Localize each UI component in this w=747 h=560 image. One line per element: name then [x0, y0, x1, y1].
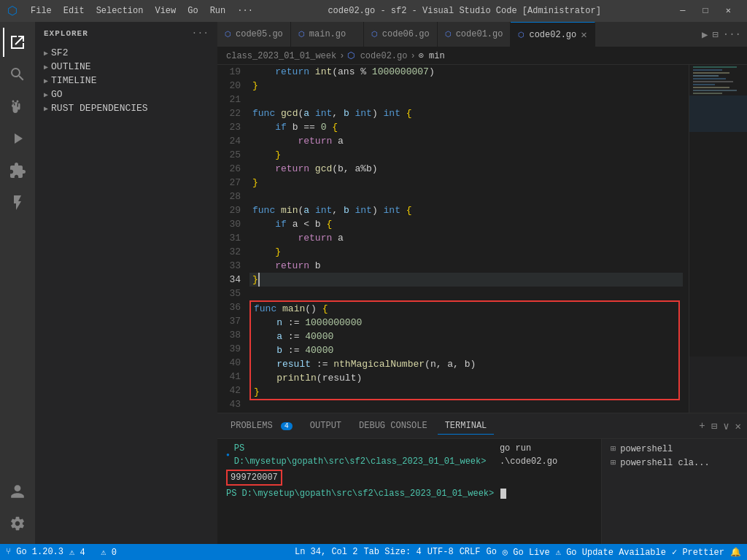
- go-file-icon: ⬡: [445, 30, 452, 39]
- terminal-prompt2: PS D:\mysetup\gopath\src\sf2\class_2023_…: [226, 489, 494, 499]
- minimize-button[interactable]: ─: [671, 0, 694, 22]
- maximize-button[interactable]: □: [694, 0, 717, 22]
- activity-search[interactable]: [3, 60, 32, 89]
- breadcrumb-file[interactable]: ⬡ code02.go: [347, 50, 407, 61]
- sidebar-item-outline[interactable]: ▶OUTLINE: [35, 60, 217, 74]
- menu-more[interactable]: ···: [233, 6, 258, 16]
- menu-go[interactable]: Go: [183, 6, 202, 16]
- code-line-24: return a: [249, 134, 683, 148]
- terminal-cursor: [500, 489, 506, 499]
- sidebar-item-sf2[interactable]: ▶SF2: [35, 46, 217, 60]
- code-line-38: a := 40000: [251, 330, 678, 343]
- breadcrumb-folder[interactable]: class_2023_01_01_week: [226, 51, 336, 61]
- tab-debug-console[interactable]: DEBUG CONSOLE: [352, 418, 435, 434]
- code-line-29: func min(a int, b int) int {: [249, 203, 683, 217]
- statusbar-prettier[interactable]: ✓ Prettier: [672, 547, 724, 558]
- tab-problems[interactable]: PROBLEMS 4: [223, 418, 300, 434]
- terminal-session-powershell[interactable]: ⊞ powershell: [605, 442, 744, 456]
- activity-testing[interactable]: [3, 188, 32, 217]
- activity-explorer[interactable]: [3, 28, 32, 57]
- terminal-content[interactable]: ● PS D:\mysetup\gopath\src\sf2\class_202…: [217, 439, 601, 544]
- session-label: powershell: [620, 444, 673, 454]
- line-number: 42: [223, 384, 241, 397]
- code-line-32: }: [249, 245, 683, 259]
- statusbar-errors[interactable]: ⚠ 4 ⚠ 0: [69, 547, 117, 558]
- menu-file[interactable]: File: [26, 6, 56, 16]
- activity-source-control[interactable]: [3, 92, 32, 121]
- code-line-41: println(result): [251, 371, 678, 385]
- tab-code05[interactable]: ⬡ code05.go: [217, 22, 291, 47]
- go-file-icon: ⬡: [298, 30, 305, 39]
- statusbar-go-version[interactable]: ⑂ Go 1.20.3: [6, 547, 63, 557]
- breadcrumb-symbol[interactable]: ⊙ min: [419, 50, 445, 61]
- terminal-close-button[interactable]: ✕: [735, 420, 741, 432]
- statusbar-notifications[interactable]: 🔔: [730, 547, 741, 558]
- code-line-34: }: [249, 273, 683, 287]
- tab-code06[interactable]: ⬡ code06.go: [364, 22, 438, 47]
- line-number: 25: [223, 148, 241, 162]
- tab-code02[interactable]: ⬡ code02.go ✕: [511, 22, 595, 47]
- line-number: 27: [223, 176, 241, 190]
- svg-rect-1: [693, 66, 737, 68]
- statusbar-encoding[interactable]: UTF-8: [427, 547, 454, 557]
- arrow-icon: ▶: [44, 104, 48, 113]
- terminal-session-powershell2[interactable]: ⊞ powershell cla...: [605, 456, 744, 470]
- tab-label: code02.go: [529, 30, 576, 40]
- svg-rect-9: [693, 90, 737, 91]
- tab-output[interactable]: OUTPUT: [303, 418, 349, 434]
- tab-bar: ⬡ code05.go ⬡ main.go ⬡ code06.go ⬡ code…: [217, 22, 747, 47]
- menu-bar: File Edit Selection View Go Run ···: [26, 6, 258, 16]
- breadcrumb: class_2023_01_01_week › ⬡ code02.go › ⊙ …: [217, 47, 747, 65]
- menu-edit[interactable]: Edit: [59, 6, 89, 16]
- terminal-result: 999720007: [226, 470, 282, 486]
- statusbar-language[interactable]: Go: [486, 547, 496, 557]
- statusbar-update[interactable]: ⚠ Go Update Available: [556, 547, 666, 558]
- terminal-tab-bar: PROBLEMS 4 OUTPUT DEBUG CONSOLE TERMINAL…: [217, 413, 747, 439]
- activity-settings[interactable]: [3, 509, 32, 538]
- activity-run-debug[interactable]: [3, 124, 32, 153]
- tab-terminal[interactable]: TERMINAL: [438, 418, 495, 435]
- new-terminal-button[interactable]: +: [699, 420, 705, 432]
- code-line-39: b := 40000: [251, 343, 678, 357]
- code-editor[interactable]: 19 20 21 22 23 24 25 26 27 28 29 30 31 3…: [217, 65, 747, 413]
- sidebar-item-timeline[interactable]: ▶TIMELINE: [35, 74, 217, 88]
- line-number: 19: [223, 65, 241, 79]
- svg-rect-3: [693, 72, 729, 74]
- menu-run[interactable]: Run: [206, 6, 231, 16]
- run-button[interactable]: ▶: [702, 28, 708, 41]
- svg-rect-2: [693, 69, 722, 71]
- line-number: 30: [223, 217, 241, 231]
- tab-main[interactable]: ⬡ main.go: [291, 22, 364, 47]
- menu-selection[interactable]: Selection: [92, 6, 148, 16]
- statusbar: ⑂ Go 1.20.3 ⚠ 4 ⚠ 0 Ln 34, Col 2 Tab Siz…: [0, 544, 747, 560]
- go-file-icon: ⬡: [371, 30, 378, 39]
- terminal-actions: + ⊟ ∨ ✕: [699, 420, 741, 432]
- statusbar-golive[interactable]: ◎ Go Live: [503, 547, 550, 558]
- vscode-logo: ⬡: [7, 4, 18, 18]
- activity-account[interactable]: [3, 477, 32, 506]
- sidebar-title: EXPLORER: [44, 29, 88, 38]
- problems-badge: 4: [281, 422, 293, 430]
- sidebar-menu-button[interactable]: ···: [192, 28, 209, 39]
- menu-view[interactable]: View: [150, 6, 180, 16]
- activity-extensions[interactable]: [3, 156, 32, 185]
- line-number: 39: [223, 342, 241, 356]
- sidebar-item-go[interactable]: ▶GO: [35, 88, 217, 101]
- sidebar-item-rust[interactable]: ▶RUST DEPENDENCIES: [35, 101, 217, 115]
- split-editor-button[interactable]: ⊟: [712, 28, 718, 41]
- main-layout: EXPLORER ··· ▶SF2 ▶OUTLINE ▶TIMELINE ▶GO…: [0, 22, 747, 544]
- statusbar-eol[interactable]: CRLF: [460, 547, 481, 557]
- close-button[interactable]: ✕: [717, 0, 740, 22]
- titlebar: ⬡ File Edit Selection View Go Run ··· co…: [0, 0, 747, 22]
- terminal-more-button[interactable]: ∨: [723, 420, 729, 432]
- svg-rect-6: [693, 81, 733, 82]
- statusbar-tabsize[interactable]: Tab Size: 4: [363, 547, 421, 557]
- statusbar-cursor[interactable]: Ln 34, Col 2: [295, 547, 357, 557]
- window-controls: ─ □ ✕: [671, 0, 740, 22]
- tab-code01[interactable]: ⬡ code01.go: [438, 22, 511, 47]
- tab-close-button[interactable]: ✕: [581, 30, 587, 40]
- more-actions-button[interactable]: ···: [723, 28, 741, 40]
- line-number: 36: [223, 300, 241, 314]
- terminal-split-button[interactable]: ⊟: [711, 420, 717, 432]
- line-number: 35: [223, 287, 241, 300]
